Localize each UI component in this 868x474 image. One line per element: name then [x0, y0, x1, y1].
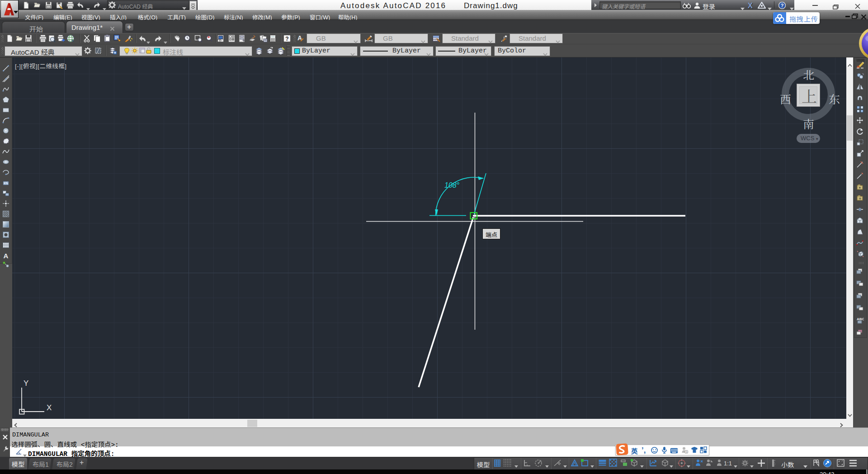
svg-text:A: A: [4, 252, 9, 259]
svg-text:?: ?: [285, 36, 288, 42]
svg-text:S: S: [685, 450, 687, 453]
svg-text:Y: Y: [24, 379, 28, 388]
svg-text:?: ?: [781, 3, 784, 8]
svg-text:108°: 108°: [444, 181, 460, 189]
svg-text:X: X: [47, 403, 52, 412]
